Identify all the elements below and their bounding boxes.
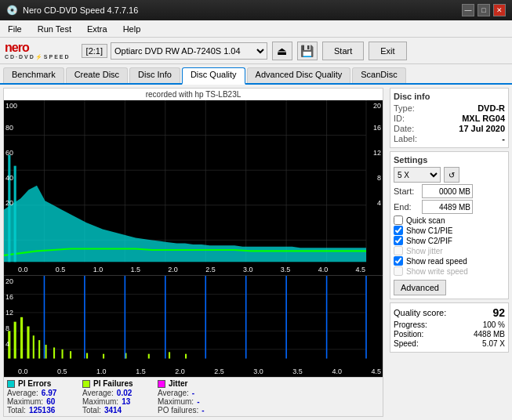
- speed-setting-row: 5 X ↺: [394, 167, 505, 183]
- chart-panel: recorded with hp TS-LB23L: [3, 88, 383, 417]
- disc-info-title: Disc info: [394, 92, 505, 101]
- quality-score-section: Quality score: 92 Progress: 100 % Positi…: [390, 302, 509, 353]
- show-write-speed-row: Show write speed: [394, 266, 505, 276]
- menu-run-test[interactable]: Run Test: [33, 23, 76, 35]
- disc-info-section: Disc info Type: DVD-R ID: MXL RG04 Date:…: [390, 88, 509, 148]
- eject-button[interactable]: ⏏: [272, 42, 292, 60]
- menu-extra[interactable]: Extra: [82, 23, 112, 35]
- toolbar: nero CD·DVD⚡SPEED [2:1] Optiarc DVD RW A…: [0, 38, 512, 64]
- chart-bottom-svg: [4, 276, 383, 377]
- show-jitter-checkbox: [394, 246, 403, 255]
- chart-top-svg: [4, 100, 383, 275]
- menu-file[interactable]: File: [3, 23, 27, 35]
- pi-errors-color: [7, 380, 15, 388]
- chart-bottom: 20 16 12 8 4 0.0 0.5 1.0 1.5 2.0 2.5 3.0…: [4, 275, 383, 377]
- y-label-left-60: 60: [5, 149, 13, 157]
- tab-disc-quality[interactable]: Disc Quality: [182, 67, 245, 85]
- start-mb-input[interactable]: [422, 184, 473, 198]
- svg-rect-43: [169, 352, 170, 358]
- show-c2pif-row: Show C2/PIF: [394, 236, 505, 245]
- show-read-speed-checkbox[interactable]: [394, 256, 403, 266]
- y-label-40: 8: [377, 174, 381, 182]
- y-label-100: 20: [373, 102, 381, 110]
- close-button[interactable]: ✕: [493, 4, 506, 16]
- svg-rect-38: [70, 351, 71, 358]
- chart-header: recorded with hp TS-LB23L: [4, 89, 383, 100]
- svg-rect-34: [38, 340, 40, 358]
- y-label-b-8: 8: [5, 324, 9, 332]
- show-c1pie-row: Show C1/PIE: [394, 226, 505, 235]
- x-axis-bottom: 0.0 0.5 1.0 1.5 2.0 2.5 3.0 3.5 4.0 4.5: [18, 368, 381, 375]
- jitter-color: [158, 380, 165, 388]
- start-setting-row: Start:: [394, 184, 505, 198]
- tab-benchmark[interactable]: Benchmark: [3, 67, 64, 83]
- main-content: recorded with hp TS-LB23L: [0, 85, 512, 420]
- advanced-button[interactable]: Advanced: [394, 280, 446, 295]
- jitter-max: Maximum: -: [158, 397, 220, 406]
- app-title: Nero CD-DVD Speed 4.7.7.16: [23, 5, 138, 15]
- quality-score-row: Quality score: 92: [394, 306, 505, 319]
- svg-rect-35: [45, 345, 47, 359]
- pi-errors-header: PI Errors: [7, 379, 70, 388]
- nero-brand: nero: [5, 42, 71, 54]
- maximize-button[interactable]: □: [478, 4, 490, 16]
- show-jitter-row: Show jitter: [394, 246, 505, 255]
- svg-marker-14: [8, 155, 10, 262]
- title-bar-left: 💿 Nero CD-DVD Speed 4.7.7.16: [6, 5, 138, 16]
- quick-scan-row: Quick scan: [394, 215, 505, 225]
- tab-create-disc[interactable]: Create Disc: [66, 67, 128, 83]
- title-bar: 💿 Nero CD-DVD Speed 4.7.7.16 — □ ✕: [0, 0, 512, 20]
- chart-top: 20 16 12 8 4 100 80 60 40 20 0.0 0.5 1.0…: [4, 100, 383, 275]
- settings-refresh-btn[interactable]: ↺: [444, 167, 459, 183]
- progress-row: Progress: 100 %: [394, 320, 505, 329]
- settings-title: Settings: [394, 155, 505, 165]
- show-c1pie-checkbox[interactable]: [394, 226, 403, 235]
- disc-type-row: Type: DVD-R: [394, 103, 505, 113]
- jitter-avg: Average: -: [158, 389, 220, 397]
- show-c2pif-checkbox[interactable]: [394, 236, 403, 245]
- minimize-button[interactable]: —: [462, 4, 474, 16]
- drive-dropdown[interactable]: Optiarc DVD RW AD-7240S 1.04: [111, 42, 267, 60]
- y-label-20: 4: [377, 199, 381, 207]
- quality-value: 92: [492, 306, 505, 319]
- tab-disc-info[interactable]: Disc Info: [129, 67, 180, 83]
- svg-rect-36: [53, 347, 55, 358]
- save-button[interactable]: 💾: [297, 42, 318, 60]
- menu-help[interactable]: Help: [118, 23, 146, 35]
- show-read-speed-row: Show read speed: [394, 256, 505, 266]
- svg-rect-40: [103, 354, 104, 359]
- pi-failures-avg: Average: 0.02: [82, 389, 145, 397]
- y-label-left-20: 20: [5, 199, 13, 207]
- drive-select: [2:1] Optiarc DVD RW AD-7240S 1.04: [82, 42, 267, 60]
- jitter-stats: Jitter Average: - Maximum: - PO failures…: [158, 379, 220, 415]
- nero-subtitle: CD·DVD⚡SPEED: [5, 54, 71, 60]
- pi-errors-avg: Average: 6.97: [7, 389, 70, 397]
- app-icon: 💿: [6, 5, 18, 16]
- jitter-header: Jitter: [158, 379, 220, 388]
- svg-rect-42: [148, 354, 150, 359]
- x-axis-top: 0.0 0.5 1.0 1.5 2.0 2.5 3.0 3.5 4.0 4.5: [18, 266, 365, 273]
- y-label-b-20: 20: [5, 277, 13, 285]
- tabs: Benchmark Create Disc Disc Info Disc Qua…: [0, 64, 512, 85]
- tab-scan-disc[interactable]: ScanDisc: [352, 67, 405, 83]
- start-button[interactable]: Start: [322, 42, 364, 60]
- svg-rect-31: [20, 317, 23, 359]
- right-panel: Disc info Type: DVD-R ID: MXL RG04 Date:…: [387, 85, 512, 420]
- pi-failures-stats: PI Failures Average: 0.02 Maximum: 13 To…: [82, 379, 145, 415]
- pi-errors-total: Total: 125136: [7, 406, 70, 415]
- settings-section: Settings 5 X ↺ Start: End: Quick scan: [390, 151, 509, 299]
- pi-failures-max: Maximum: 13: [82, 397, 145, 406]
- quick-scan-checkbox[interactable]: [394, 215, 403, 225]
- speed-dropdown[interactable]: 5 X: [394, 167, 441, 183]
- svg-rect-37: [62, 349, 64, 359]
- pi-errors-max: Maximum: 60: [7, 397, 70, 406]
- svg-rect-30: [14, 322, 16, 359]
- tab-advanced-disc-quality[interactable]: Advanced Disc Quality: [247, 67, 351, 83]
- disc-id-row: ID: MXL RG04: [394, 114, 505, 123]
- end-mb-input[interactable]: [422, 200, 473, 214]
- pi-failures-header: PI Failures: [82, 379, 145, 388]
- exit-button[interactable]: Exit: [369, 42, 406, 60]
- y-label-left-100: 100: [5, 102, 17, 110]
- disc-label-row: Label: -: [394, 134, 505, 143]
- pi-failures-color: [82, 380, 90, 388]
